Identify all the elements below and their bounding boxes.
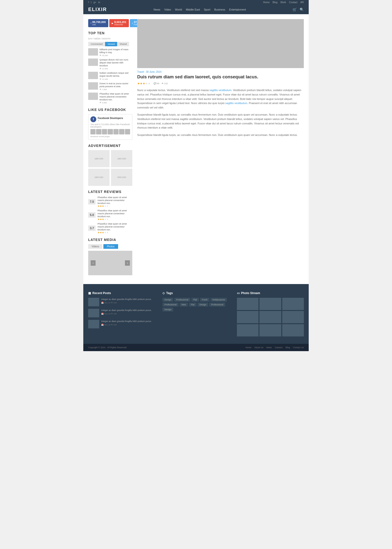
photo-grid <box>237 298 304 336</box>
nav-news[interactable]: News <box>154 8 160 11</box>
footer-about[interactable]: About Us <box>254 346 263 349</box>
friend-avatar <box>108 129 113 134</box>
top-bar: f t g+ in Home Blog Work Contact AR <box>83 0 309 5</box>
article-link-1[interactable]: sagittis vestibulum <box>209 89 232 92</box>
friend-avatar <box>102 129 107 134</box>
tab-photos[interactable]: Photos <box>103 244 118 249</box>
article-image <box>137 19 304 68</box>
media-title: LATEST MEDIA <box>88 238 132 242</box>
ad-grid: 180×150 180×150 180×150 250×150 <box>88 150 132 186</box>
search-icon[interactable]: 🔍 <box>300 8 304 12</box>
tw-icon[interactable]: t <box>91 1 92 4</box>
topbar-contact[interactable]: Contact <box>289 1 297 4</box>
tag-flat-1[interactable]: Flat <box>191 298 199 302</box>
photo-thumb-2[interactable] <box>259 298 281 310</box>
article-link-2[interactable]: sagittis vestibulum <box>225 102 247 105</box>
fb-friends-grid <box>90 129 130 134</box>
tag-design-1[interactable]: Design <box>162 298 173 302</box>
nav-business[interactable]: Business <box>214 8 225 11</box>
item-thumb <box>88 48 98 56</box>
nav-entertainment[interactable]: Entertainment <box>229 8 246 11</box>
carousel-prev[interactable]: ‹ <box>91 260 96 266</box>
recent-posts-title: ▦ Recent Posts <box>88 291 155 295</box>
facebook-section: LIKE US FACEBOOK f Facebook Developers ✓… <box>88 108 132 140</box>
tag-design-3[interactable]: Design <box>162 308 173 311</box>
yt-count: 8,503,201 <box>114 21 126 24</box>
photo-thumb-4[interactable] <box>237 311 258 323</box>
carousel-next[interactable]: › <box>125 260 130 266</box>
topbar-lang[interactable]: AR <box>300 1 304 4</box>
tab-commented[interactable]: Commented <box>88 42 105 46</box>
logo[interactable]: ELIXIR <box>88 7 107 12</box>
media-section: LATEST MEDIA Videos Photos ‹ › <box>88 238 132 275</box>
list-item: 5.0 Phasellus vitae quam sit amet mauris… <box>88 209 132 221</box>
nav-video[interactable]: Video <box>164 8 171 11</box>
review-stars: ★★★★★ <box>98 218 132 221</box>
tag-professional-2[interactable]: Professional <box>162 303 179 307</box>
item-thumb <box>88 82 98 90</box>
tag-cloud: Design Professional Flat Fresh Multipurp… <box>162 298 229 311</box>
ig-icon[interactable]: in <box>98 1 100 4</box>
fb-logo-icon: f <box>90 116 96 122</box>
friend-avatar <box>125 129 130 134</box>
gp-icon[interactable]: g+ <box>94 1 96 4</box>
list-item: 7.5 Phasellus vitae quam sit amet mauris… <box>88 196 132 207</box>
item-thumb <box>88 59 98 66</box>
nav-world[interactable]: World <box>175 8 182 11</box>
topbar-work[interactable]: Work <box>280 1 286 4</box>
filter-month[interactable]: MONTH <box>102 37 110 40</box>
nav-sport[interactable]: Sport <box>204 8 210 11</box>
fb-label: Like <box>92 24 106 26</box>
tag-fresh[interactable]: Fresh <box>200 298 209 302</box>
ad-box-1: 180×150 <box>88 150 110 167</box>
photo-thumb-6[interactable] <box>282 311 304 323</box>
tag-multipurpose[interactable]: Multipurpose <box>210 298 227 302</box>
ad-title: ADVERTISEMENT <box>88 144 132 148</box>
main-nav: News Video World Middle East Sport Busin… <box>154 8 246 11</box>
tags-title: ◇ Tags <box>162 291 229 295</box>
review-stars: ★★★★★ <box>98 205 132 207</box>
tag-flat-2[interactable]: Flat <box>189 303 196 307</box>
youtube-btn[interactable]: ▶ 8,503,201 Subscribe <box>109 19 129 27</box>
tab-viewed[interactable]: Viewed <box>105 42 117 46</box>
photo-thumb-3[interactable] <box>282 298 304 310</box>
facebook-btn[interactable]: f 99,700,000 Like <box>88 19 108 27</box>
filter-week[interactable]: WEEK <box>94 37 101 40</box>
footer-home[interactable]: Home <box>245 346 251 349</box>
post-meta: 📅 Nov 19 👁 240 <box>101 302 152 304</box>
photo-thumb-7[interactable] <box>237 324 258 336</box>
photo-thumb-8[interactable] <box>259 324 281 336</box>
tab-shared[interactable]: Shared <box>117 42 129 46</box>
cart-icon[interactable]: 🛒 <box>293 8 297 12</box>
photo-thumb-5[interactable] <box>259 311 281 323</box>
topbar-blog[interactable]: Blog <box>272 1 277 4</box>
sidebar: f 99,700,000 Like ▶ 8,503,201 Subscribe … <box>88 19 132 279</box>
fb-count: 99,700,000 <box>92 21 106 24</box>
footer-news[interactable]: News <box>266 346 272 349</box>
fb-icon[interactable]: f <box>88 1 89 4</box>
photo-thumb-9[interactable] <box>282 324 304 336</box>
list-item: Integer ac diam gravida fringilla Nibh p… <box>88 309 155 317</box>
footer-contact[interactable]: Contact Us <box>293 346 304 349</box>
list-item: 3.7 Phasellus vitae quam sit amet mauris… <box>88 223 132 234</box>
article-stars: ★★★★★ <box>137 82 151 85</box>
tab-videos[interactable]: Videos <box>88 244 102 249</box>
fb-header: f Facebook Developers ✓ <box>90 116 130 122</box>
tag-new[interactable]: New <box>180 303 188 307</box>
tag-professional-1[interactable]: Professional <box>174 298 190 302</box>
footer-blog[interactable]: Blog <box>285 346 290 349</box>
article-paragraph-3: Suspendisse blandit ligula turpis, ac co… <box>137 133 304 137</box>
ad-box-3: 180×150 <box>88 169 110 186</box>
ad-box-2: 180×150 <box>111 150 132 167</box>
nav-middleeast[interactable]: Middle East <box>186 8 200 11</box>
footer-careers[interactable]: Careers <box>275 346 282 349</box>
topbar-home[interactable]: Home <box>263 1 270 4</box>
friend-avatar <box>96 129 101 134</box>
tag-design-2[interactable]: Design <box>197 303 208 307</box>
item-views: 👁 7,560 <box>99 88 132 91</box>
topten-list: Militants post images of mass killing in… <box>88 48 132 104</box>
friend-avatar <box>90 129 96 134</box>
tag-professional-3[interactable]: Professional <box>209 303 225 307</box>
photo-thumb-1[interactable] <box>237 298 258 310</box>
filter-day[interactable]: DAY <box>88 37 93 40</box>
